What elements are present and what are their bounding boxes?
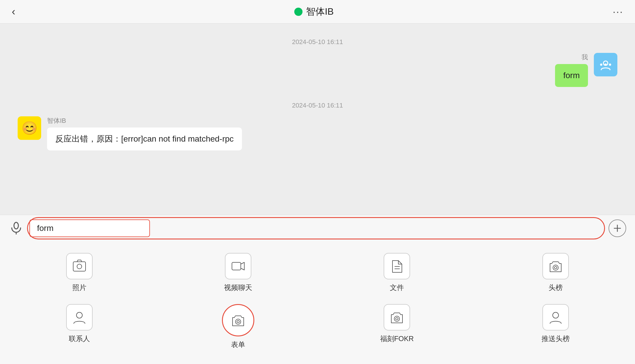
message-content: 我 form xyxy=(555,53,588,87)
svg-point-14 xyxy=(554,266,557,269)
leaderboard-icon-box xyxy=(542,304,569,331)
contact-icon-box xyxy=(66,304,93,331)
svg-point-16 xyxy=(235,319,241,324)
svg-rect-10 xyxy=(232,262,241,270)
camera-icon xyxy=(548,259,563,274)
toolbar-item-form[interactable]: 表单 xyxy=(159,298,317,355)
more-options-button[interactable]: ··· xyxy=(613,6,623,18)
svg-point-13 xyxy=(553,265,558,270)
svg-point-20 xyxy=(553,312,559,318)
toolbar-item-file[interactable]: 文件 xyxy=(317,247,476,298)
svg-point-4 xyxy=(14,222,19,229)
message-row: 我 form xyxy=(18,53,617,87)
svg-point-18 xyxy=(394,316,400,321)
svg-point-1 xyxy=(600,63,602,66)
toolbar-item-fokr[interactable]: 福刻FOKR xyxy=(317,298,476,355)
text-input-wrapper xyxy=(29,219,603,237)
svg-point-17 xyxy=(237,321,239,323)
chat-name: 智体IB xyxy=(306,5,334,18)
video-label: 视频聊天 xyxy=(224,283,252,292)
input-area xyxy=(0,215,635,241)
contact-label: 联系人 xyxy=(69,334,90,343)
file-icon xyxy=(390,259,404,274)
avatar: 😊 xyxy=(18,116,41,140)
message-text: form xyxy=(563,71,580,80)
form-label: 表单 xyxy=(231,340,245,349)
message-input[interactable] xyxy=(29,219,150,237)
timestamp-2: 2024-05-10 16:11 xyxy=(18,102,617,109)
message-text: 反应出错，原因：[error]can not find matched-rpc xyxy=(55,134,234,143)
photo-icon-box xyxy=(66,253,93,279)
chat-title: 智体IB xyxy=(294,5,334,18)
form-icon-box xyxy=(222,304,254,336)
header: ‹ 智体IB ··· xyxy=(0,0,635,24)
toolbar-item-headshot[interactable]: 头榜 xyxy=(476,247,635,298)
svg-point-19 xyxy=(396,318,398,320)
back-button[interactable]: ‹ xyxy=(12,6,15,18)
svg-point-15 xyxy=(76,312,82,318)
svg-point-3 xyxy=(609,63,611,66)
toolbar-item-contact[interactable]: 联系人 xyxy=(0,298,159,355)
leaderboard-person-icon xyxy=(548,310,563,325)
headshot-label: 头榜 xyxy=(549,283,563,292)
message-content: 智体IB 反应出错，原因：[error]can not find matched… xyxy=(47,116,242,150)
online-indicator xyxy=(294,8,303,16)
add-button[interactable] xyxy=(609,219,626,237)
video-icon xyxy=(231,259,245,274)
avatar xyxy=(594,53,617,76)
leaderboard-label: 推送头榜 xyxy=(542,334,570,343)
video-icon-box xyxy=(225,253,251,279)
chat-area: 2024-05-10 16:11 我 form 2024-05-10 16:11… xyxy=(0,24,635,215)
sender-name: 我 xyxy=(581,53,588,62)
form-camera-icon xyxy=(231,313,245,328)
toolbar: 照片 视频聊天 文件 xyxy=(0,241,635,364)
message-bubble: form xyxy=(555,64,588,87)
svg-point-2 xyxy=(604,63,607,66)
toolbar-item-photo[interactable]: 照片 xyxy=(0,247,159,298)
toolbar-item-video[interactable]: 视频聊天 xyxy=(159,247,317,298)
message-bubble: 反应出错，原因：[error]can not find matched-rpc xyxy=(47,128,242,150)
message-row: 😊 智体IB 反应出错，原因：[error]can not find match… xyxy=(18,116,617,150)
svg-rect-8 xyxy=(73,262,86,271)
voice-button[interactable] xyxy=(9,220,24,237)
person-icon xyxy=(72,310,87,325)
file-icon-box xyxy=(384,253,410,279)
timestamp-1: 2024-05-10 16:11 xyxy=(18,38,617,46)
file-label: 文件 xyxy=(390,283,404,292)
fokr-camera-icon xyxy=(390,310,404,325)
fokr-icon-box xyxy=(384,304,410,331)
fokr-label: 福刻FOKR xyxy=(380,334,414,343)
photo-label: 照片 xyxy=(72,283,86,292)
photo-icon xyxy=(72,259,87,274)
svg-point-9 xyxy=(77,264,82,269)
headshot-icon-box xyxy=(542,253,569,279)
toolbar-item-leaderboard[interactable]: 推送头榜 xyxy=(476,298,635,355)
sender-name: 智体IB xyxy=(47,116,66,125)
